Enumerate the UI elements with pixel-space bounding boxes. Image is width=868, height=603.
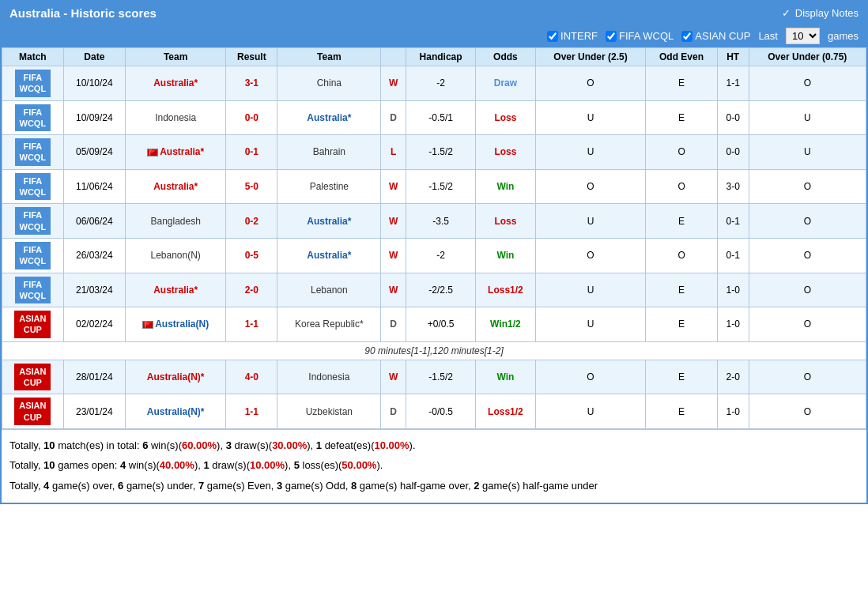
table-row: FIFAWCQL 26/03/24 Lebanon(N) 0-5 Austral… xyxy=(2,238,866,273)
team1-cell: Australia* xyxy=(126,169,226,204)
ht-cell: 0-0 xyxy=(717,135,749,170)
odds-cell: Win xyxy=(476,238,536,273)
match-badge: FIFAWCQL xyxy=(15,70,51,97)
team1-cell: Australia(N)* xyxy=(126,360,226,394)
note-cell: 90 minutes[1-1],120 minutes[1-2] xyxy=(2,341,866,360)
ou25-cell: U xyxy=(535,273,646,307)
odds-cell: Loss1/2 xyxy=(476,394,536,429)
handicap-cell: +0/0.5 xyxy=(406,307,476,342)
match-badge: ASIANCUP xyxy=(14,398,51,425)
result-cell: 4-0 xyxy=(226,360,277,394)
result-cell: 0-5 xyxy=(226,238,277,273)
handicap-cell: -0/0.5 xyxy=(406,394,476,429)
team2-cell: Australia* xyxy=(277,204,381,239)
ou075-cell: U xyxy=(749,135,866,170)
team2-cell: Bahrain xyxy=(277,135,381,170)
last-label: Last xyxy=(758,30,778,42)
col-handicap: Handicap xyxy=(406,48,476,66)
oe-cell: E xyxy=(646,360,718,394)
summary-line2: Totally, 10 games open: 4 win(s)(40.00%)… xyxy=(9,456,859,474)
result-cell: 5-0 xyxy=(226,169,277,204)
ou075-cell: O xyxy=(749,394,866,429)
date-cell: 05/09/24 xyxy=(63,135,125,170)
date-cell: 11/06/24 xyxy=(63,169,125,204)
col-wr xyxy=(381,48,406,66)
ou075-cell: O xyxy=(749,66,866,101)
interf-label: INTERF xyxy=(560,30,598,42)
ou075-cell: O xyxy=(749,307,866,342)
odds-cell: Win xyxy=(476,169,536,204)
filter-fifa-wcql: FIFA WCQL xyxy=(606,30,674,42)
team1-cell: Australia(N)* xyxy=(126,394,226,429)
match-badge: ASIANCUP xyxy=(14,311,51,338)
match-badge: FIFAWCQL xyxy=(15,242,51,269)
handicap-cell: -2 xyxy=(406,66,476,101)
display-notes-label: Display Notes xyxy=(795,7,859,19)
table-row: ASIANCUP 02/02/24 🚩Australia(N) 1-1 Kore… xyxy=(2,307,866,342)
badge-cell: FIFAWCQL xyxy=(2,100,64,135)
date-cell: 28/01/24 xyxy=(63,360,125,394)
odds-cell: Loss1/2 xyxy=(476,273,536,307)
table-row: ASIANCUP 28/01/24 Australia(N)* 4-0 Indo… xyxy=(2,360,866,394)
col-oe: Odd Even xyxy=(646,48,718,66)
summary-section: Totally, 10 match(es) in total: 6 win(s)… xyxy=(2,429,866,503)
wr-cell: W xyxy=(381,360,406,394)
interf-checkbox[interactable] xyxy=(547,31,558,42)
oe-cell: O xyxy=(646,135,718,170)
oe-cell: E xyxy=(646,204,718,239)
wr-cell: W xyxy=(381,169,406,204)
team1-cell: Indonesia xyxy=(126,100,226,135)
wr-cell: W xyxy=(381,273,406,307)
team2-cell: Lebanon xyxy=(277,273,381,307)
ht-cell: 3-0 xyxy=(717,169,749,204)
fifa-wcql-checkbox[interactable] xyxy=(606,31,617,42)
team1-cell: Bangladesh xyxy=(126,204,226,239)
ou25-cell: U xyxy=(535,135,646,170)
ht-cell: 1-0 xyxy=(717,307,749,342)
oe-cell: E xyxy=(646,273,718,307)
handicap-cell: -1.5/2 xyxy=(406,135,476,170)
ou25-cell: O xyxy=(535,169,646,204)
date-cell: 06/06/24 xyxy=(63,204,125,239)
badge-cell: FIFAWCQL xyxy=(2,169,64,204)
team2-cell: Korea Republic* xyxy=(277,307,381,342)
filter-asian-cup: ASIAN CUP xyxy=(681,30,750,42)
summary-line1: Totally, 10 match(es) in total: 6 win(s)… xyxy=(9,436,859,454)
team1-cell: Australia* xyxy=(126,273,226,307)
team2-cell: Uzbekistan xyxy=(277,394,381,429)
ou075-cell: O xyxy=(749,204,866,239)
ou25-cell: U xyxy=(535,100,646,135)
ou075-cell: O xyxy=(749,169,866,204)
date-cell: 21/03/24 xyxy=(63,273,125,307)
wr-cell: W xyxy=(381,66,406,101)
badge-cell: FIFAWCQL xyxy=(2,273,64,307)
last-games-select[interactable]: 10 20 30 xyxy=(786,28,820,44)
date-cell: 02/02/24 xyxy=(63,307,125,342)
col-match: Match xyxy=(2,48,64,66)
col-ht: HT xyxy=(717,48,749,66)
ou25-cell: O xyxy=(535,360,646,394)
badge-cell: ASIANCUP xyxy=(2,394,64,429)
col-ou075: Over Under (0.75) xyxy=(749,48,866,66)
handicap-cell: -1.5/2 xyxy=(406,360,476,394)
filter-interf: INTERF xyxy=(547,30,598,42)
badge-cell: ASIANCUP xyxy=(2,360,64,394)
odds-cell: Loss xyxy=(476,204,536,239)
oe-cell: E xyxy=(646,307,718,342)
table-row: FIFAWCQL 21/03/24 Australia* 2-0 Lebanon… xyxy=(2,273,866,307)
team2-cell: Australia* xyxy=(277,238,381,273)
team1-cell: 🚩Australia* xyxy=(126,135,226,170)
col-date: Date xyxy=(63,48,125,66)
handicap-cell: -1.5/2 xyxy=(406,169,476,204)
oe-cell: O xyxy=(646,169,718,204)
team2-cell: Indonesia xyxy=(277,360,381,394)
ou25-cell: O xyxy=(535,238,646,273)
match-badge: FIFAWCQL xyxy=(15,104,51,132)
asian-cup-checkbox[interactable] xyxy=(681,31,693,42)
odds-cell: Win1/2 xyxy=(476,307,536,342)
ou25-cell: U xyxy=(535,307,646,342)
team2-cell: Australia* xyxy=(277,100,381,135)
oe-cell: E xyxy=(646,100,718,135)
match-badge: ASIANCUP xyxy=(14,364,51,391)
scores-table: Match Date Team Result Team Handicap Odd… xyxy=(2,47,866,429)
